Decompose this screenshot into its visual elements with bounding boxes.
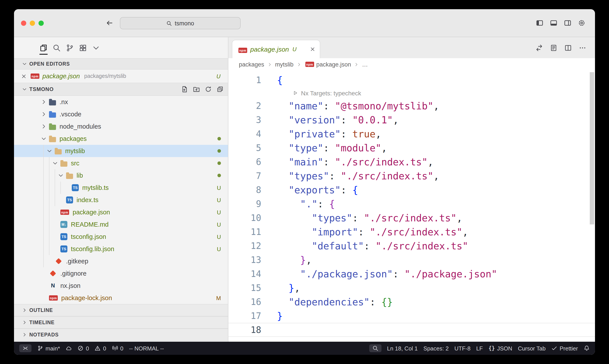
- code-line-18[interactable]: 18: [228, 323, 595, 337]
- status-cursor-tab[interactable]: Cursor Tab: [518, 345, 546, 351]
- breadcrumb-mytslib[interactable]: mytslib: [275, 61, 294, 68]
- activity-source-control[interactable]: [64, 40, 76, 56]
- tree-item-nx.json[interactable]: Nnx.json: [14, 280, 228, 292]
- breadcrumb-[interactable]: …: [362, 61, 368, 68]
- status-warnings[interactable]: 0: [95, 345, 106, 351]
- code-line-15[interactable]: 15 },: [228, 281, 595, 295]
- vertical-scrollbar[interactable]: [590, 72, 594, 224]
- close-window-button[interactable]: [21, 20, 26, 26]
- collapse-all-icon[interactable]: [217, 86, 224, 93]
- refresh-icon[interactable]: [205, 86, 212, 93]
- section-timeline[interactable]: TIMELINE: [14, 316, 228, 329]
- code-line-11[interactable]: 11 "import": "./src/index.ts",: [228, 225, 595, 239]
- status-git-branch[interactable]: main*: [37, 345, 60, 351]
- status-encoding[interactable]: UTF-8: [454, 345, 470, 351]
- more-actions-icon[interactable]: [579, 44, 586, 52]
- code-line-6[interactable]: 6 "main": "./src/index.ts",: [228, 155, 595, 169]
- code-line-4[interactable]: 4 "private": true,: [228, 127, 595, 141]
- close-editor-button[interactable]: [21, 73, 27, 79]
- code-line-2[interactable]: 2 "name": "@tsmono/mytslib",: [228, 99, 595, 113]
- tree-item-node_modules[interactable]: node_modules: [14, 120, 228, 132]
- chevron-down-icon[interactable]: [45, 148, 54, 154]
- code-line-3[interactable]: 3 "version": "0.0.1",: [228, 113, 595, 127]
- compare-changes-icon[interactable]: [535, 44, 543, 52]
- chevron-down-icon[interactable]: [56, 172, 65, 179]
- code-lens-nx-targets[interactable]: Nx Targets: typecheck: [228, 87, 595, 99]
- activity-search[interactable]: [51, 40, 63, 56]
- layout-sidebar-right-icon[interactable]: [564, 19, 571, 27]
- status-errors[interactable]: 0: [78, 345, 89, 351]
- tree-item-.vscode[interactable]: .vscode: [14, 108, 228, 120]
- layout-sidebar-left-icon[interactable]: [536, 19, 543, 27]
- activity-more[interactable]: [90, 40, 102, 56]
- tree-item-.gitignore[interactable]: .gitignore: [14, 267, 228, 280]
- settings-gear-icon[interactable]: [578, 19, 585, 27]
- status-zoom[interactable]: [369, 344, 381, 352]
- tree-item-lib[interactable]: lib: [14, 169, 228, 182]
- status-notifications[interactable]: [584, 345, 590, 351]
- tree-item-src[interactable]: src: [14, 157, 228, 169]
- status-publish[interactable]: [66, 345, 72, 351]
- tree-item-mytslib.ts[interactable]: TSmytslib.tsU: [14, 182, 228, 194]
- status-ports[interactable]: 0: [112, 345, 123, 351]
- status-cursor-position[interactable]: Ln 18, Col 1: [387, 345, 418, 351]
- activity-explorer[interactable]: [38, 40, 50, 56]
- layout-panel-icon[interactable]: [550, 19, 557, 27]
- tree-item-package.json[interactable]: npmpackage.jsonU: [14, 206, 228, 218]
- code-line-17[interactable]: 17}: [228, 309, 595, 323]
- open-changes-icon[interactable]: [550, 44, 557, 52]
- code-line-13[interactable]: 13 },: [228, 253, 595, 267]
- new-folder-icon[interactable]: [193, 86, 200, 93]
- tree-item-packages[interactable]: packages: [14, 132, 228, 145]
- tree-item-package-lock.json[interactable]: npmpackage-lock.jsonM: [14, 292, 228, 304]
- close-tab-button[interactable]: [310, 46, 315, 52]
- status-eol[interactable]: LF: [476, 345, 483, 351]
- code-line-12[interactable]: 12 "default": "./src/index.ts": [228, 239, 595, 253]
- chevron-right-icon[interactable]: [39, 99, 48, 105]
- bell-icon: [584, 345, 590, 351]
- status-vim-mode[interactable]: -- NORMAL --: [129, 345, 164, 351]
- code-line-7[interactable]: 7 "types": "./src/index.ts",: [228, 169, 595, 183]
- breadcrumb-package.json[interactable]: npmpackage.json: [305, 61, 351, 68]
- section-outline[interactable]: OUTLINE: [14, 304, 228, 316]
- code-line-5[interactable]: 5 "type": "module",: [228, 141, 595, 155]
- tree-item-tsconfig.lib.json[interactable]: TStsconfig.lib.jsonU: [14, 243, 228, 255]
- explorer-section-header[interactable]: TSMONO: [14, 83, 228, 96]
- maximize-window-button[interactable]: [39, 20, 44, 26]
- code-line-1[interactable]: 1{: [228, 73, 595, 87]
- status-remote[interactable]: [19, 344, 31, 352]
- section-notepads[interactable]: NOTEPADS: [14, 329, 228, 341]
- tree-item-label: .gitkeep: [66, 258, 88, 265]
- status-formatter[interactable]: Prettier: [551, 345, 578, 351]
- tree-item-tsconfig.json[interactable]: TStsconfig.jsonU: [14, 231, 228, 243]
- code-line-16[interactable]: 16 "dependencies": {}: [228, 295, 595, 309]
- tree-item-.gitkeep[interactable]: .gitkeep: [14, 255, 228, 267]
- chevron-down-icon[interactable]: [39, 136, 48, 142]
- tree-item-.nx[interactable]: .nx: [14, 96, 228, 108]
- command-center-search[interactable]: tsmono: [120, 17, 241, 29]
- code-line-8[interactable]: 8 "exports": {: [228, 183, 595, 197]
- tree-item-mytslib[interactable]: mytslib: [14, 145, 228, 157]
- status-label: 0: [120, 345, 123, 351]
- tab-package-json[interactable]: npm package.json U: [232, 40, 320, 58]
- status-indentation[interactable]: Spaces: 2: [424, 345, 449, 351]
- code-text: "exports": {: [277, 184, 358, 195]
- code-line-10[interactable]: 10 "types": "./src/index.ts",: [228, 211, 595, 225]
- open-editor-package.json[interactable]: npmpackage.jsonpackages/mytslibU: [14, 70, 228, 83]
- chevron-right-icon[interactable]: [39, 123, 48, 130]
- status-language-mode[interactable]: {}JSON: [489, 345, 512, 351]
- open-editors-header[interactable]: OPEN EDITORS: [14, 58, 228, 70]
- chevron-right-icon[interactable]: [39, 111, 48, 117]
- minimize-window-button[interactable]: [30, 20, 35, 26]
- code-editor[interactable]: 1{Nx Targets: typecheck2 "name": "@tsmon…: [228, 70, 595, 342]
- tree-item-index.ts[interactable]: TSindex.tsU: [14, 194, 228, 206]
- split-editor-icon[interactable]: [564, 44, 572, 52]
- tree-item-README.md[interactable]: M↓README.mdU: [14, 218, 228, 231]
- activity-extensions[interactable]: [77, 40, 89, 56]
- code-line-14[interactable]: 14 "./package.json": "./package.json": [228, 267, 595, 281]
- new-file-icon[interactable]: [181, 86, 188, 93]
- code-line-9[interactable]: 9 ".": {: [228, 197, 595, 211]
- back-button[interactable]: [106, 19, 113, 27]
- chevron-down-icon[interactable]: [51, 160, 60, 166]
- breadcrumb-packages[interactable]: packages: [239, 61, 264, 68]
